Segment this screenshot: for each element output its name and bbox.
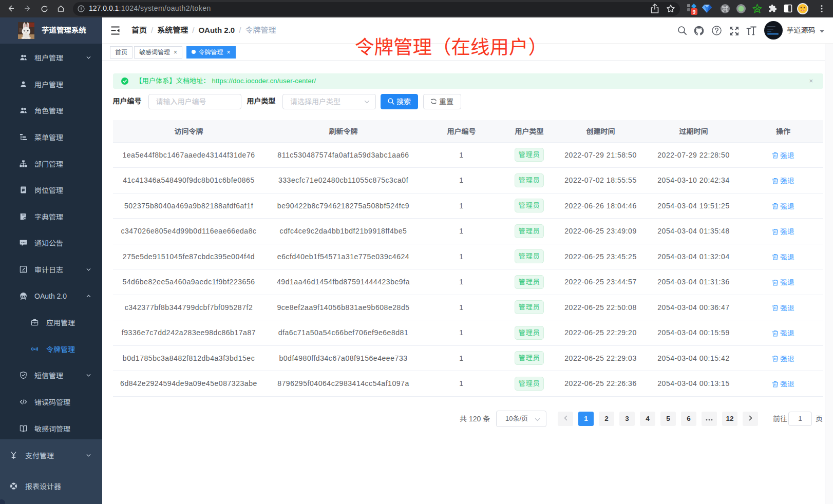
svg-text:a: a (34, 347, 36, 351)
svg-text:9: 9 (693, 9, 696, 15)
